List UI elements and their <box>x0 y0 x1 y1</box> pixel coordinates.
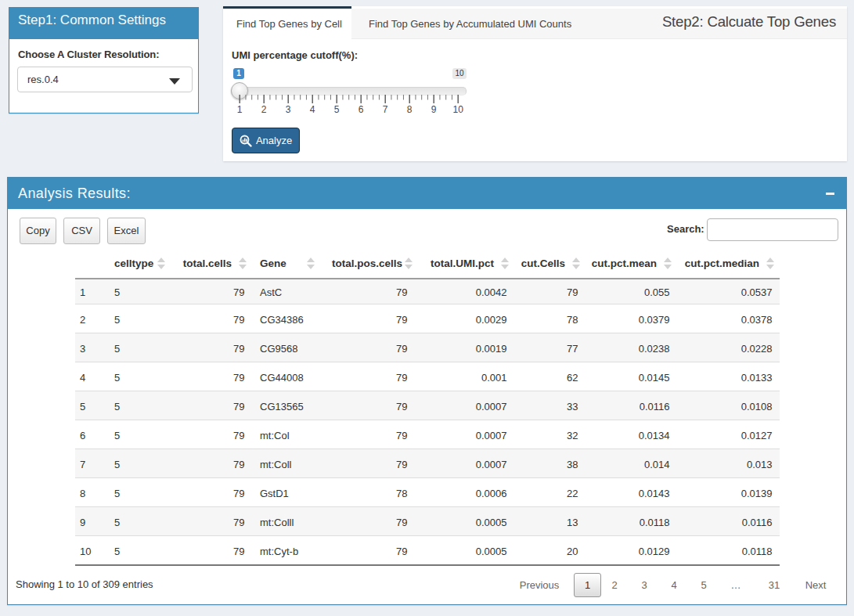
svg-text:6: 6 <box>359 104 364 115</box>
svg-text:1: 1 <box>237 104 243 115</box>
svg-text:8: 8 <box>407 104 413 115</box>
svg-text:4: 4 <box>310 104 315 115</box>
svg-text:7: 7 <box>383 104 388 115</box>
svg-text:10: 10 <box>453 104 464 115</box>
svg-text:3: 3 <box>286 104 291 115</box>
svg-text:5: 5 <box>334 104 340 115</box>
svg-text:2: 2 <box>261 104 267 115</box>
svg-text:9: 9 <box>431 104 437 115</box>
